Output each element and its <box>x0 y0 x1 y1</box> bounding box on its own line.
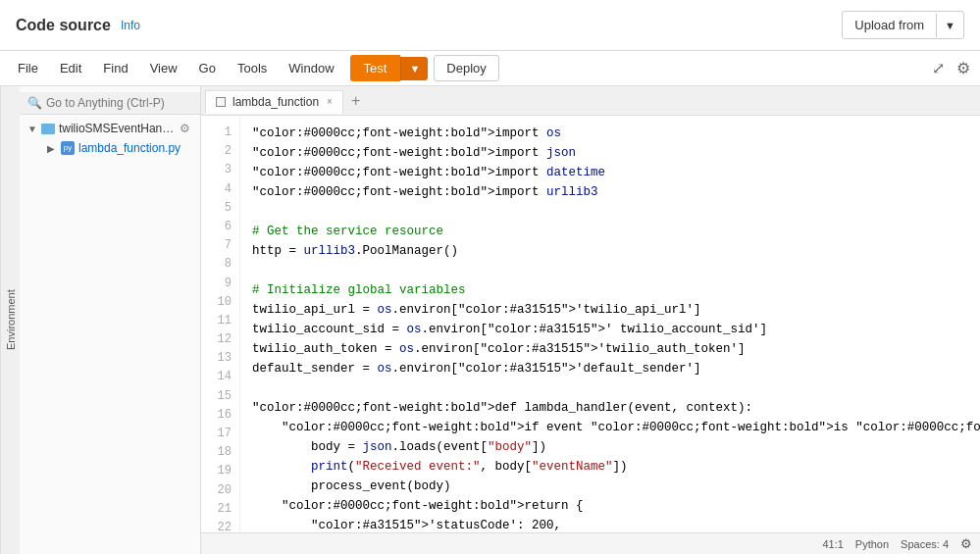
menu-bar: File Edit Find View Go Tools Window Test… <box>0 51 980 86</box>
folder-name: twilioSMSEventHan… <box>59 122 174 135</box>
status-bar: 41:1 Python Spaces: 4 ⚙ <box>201 532 980 554</box>
page-title: Code source <box>16 17 111 34</box>
code-content[interactable]: "color:#0000cc;font-weight:bold">import … <box>240 116 980 532</box>
file-tree: 🔍 ▼ twilioSMSEventHan… ⚙ ▶ py lambda_fun… <box>20 86 201 554</box>
settings-icon[interactable]: ⚙ <box>954 57 972 79</box>
upload-button[interactable]: Upload from ▼ <box>842 11 964 39</box>
tab-label: lambda_function <box>232 95 319 109</box>
status-settings-icon[interactable]: ⚙ <box>960 536 972 551</box>
menu-find[interactable]: Find <box>93 55 137 81</box>
folder-icon <box>41 124 55 134</box>
menu-file[interactable]: File <box>8 55 48 81</box>
menu-go[interactable]: Go <box>189 55 226 81</box>
search-input[interactable] <box>46 96 192 110</box>
expand-icon[interactable]: ⤢ <box>930 57 947 79</box>
search-icon: 🔍 <box>27 96 42 110</box>
file-arrow-icon: ▶ <box>47 143 55 154</box>
deploy-button[interactable]: Deploy <box>434 55 498 81</box>
info-link[interactable]: Info <box>121 19 140 32</box>
spaces-label: Spaces: 4 <box>901 538 949 550</box>
upload-dropdown-arrow[interactable]: ▼ <box>936 14 963 37</box>
search-bar: 🔍 <box>20 92 200 115</box>
menu-view[interactable]: View <box>140 55 187 81</box>
upload-button-label: Upload from <box>843 12 936 38</box>
header-left: Code source Info <box>16 17 140 34</box>
test-dropdown-arrow[interactable]: ▼ <box>400 57 428 80</box>
env-label: Environment <box>5 290 17 351</box>
code-editor[interactable]: 1234567891011121314151617181920212223242… <box>201 116 980 532</box>
collapse-arrow-icon: ▼ <box>27 124 37 134</box>
line-numbers: 1234567891011121314151617181920212223242… <box>201 116 240 532</box>
editor-area: lambda_function × + 12345678910111213141… <box>201 86 980 554</box>
active-tab[interactable]: lambda_function × <box>205 90 343 114</box>
top-header: Code source Info Upload from ▼ <box>0 0 980 51</box>
main-layout: Environment 🔍 ▼ twilioSMSEventHan… ⚙ ▶ p… <box>0 86 980 554</box>
language-label: Python <box>855 538 889 550</box>
tab-file-icon <box>216 97 226 107</box>
menu-tools[interactable]: Tools <box>228 55 277 81</box>
file-name: lambda_function.py <box>78 141 181 155</box>
test-button[interactable]: Test <box>350 55 401 81</box>
folder-item[interactable]: ▼ twilioSMSEventHan… ⚙ <box>20 119 200 138</box>
tab-add-button[interactable]: + <box>345 93 366 109</box>
menu-window[interactable]: Window <box>279 55 343 81</box>
toolbar-icons: ⤢ ⚙ <box>930 57 972 79</box>
folder-gear-icon[interactable]: ⚙ <box>180 122 190 135</box>
environment-sidebar[interactable]: Environment <box>0 86 20 554</box>
menu-edit[interactable]: Edit <box>50 55 91 81</box>
cursor-position: 41:1 <box>822 538 843 550</box>
tab-close-button[interactable]: × <box>327 96 333 107</box>
editor-tabs: lambda_function × + <box>201 86 980 116</box>
test-button-group: Test ▼ <box>350 55 429 81</box>
python-file-icon: py <box>61 141 75 155</box>
file-item[interactable]: ▶ py lambda_function.py <box>20 138 200 158</box>
